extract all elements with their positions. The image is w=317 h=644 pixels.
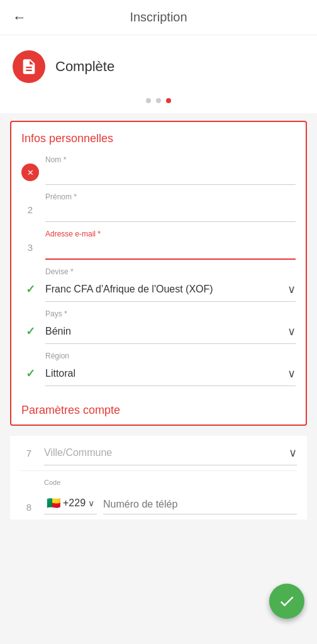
complete-icon bbox=[13, 50, 45, 83]
email-field: Adresse e-mail * bbox=[45, 230, 296, 260]
devise-dropdown[interactable]: Franc CFA d'Afrique de l'Ouest (XOF) ∨ bbox=[45, 277, 296, 302]
devise-value: Franc CFA d'Afrique de l'Ouest (XOF) bbox=[45, 284, 282, 295]
pays-label: Pays * bbox=[45, 309, 296, 318]
devise-row: ✓ Devise * Franc CFA d'Afrique de l'Oues… bbox=[21, 267, 296, 302]
region-indicator: ✓ bbox=[21, 365, 39, 382]
pays-row: ✓ Pays * Bénin ∨ bbox=[21, 309, 296, 344]
phone-indicator: 8 bbox=[20, 498, 38, 516]
phone-code-selector[interactable]: 🇧🇯 +229 ∨ bbox=[44, 492, 97, 514]
region-label: Région bbox=[45, 352, 296, 360]
main-content: Infos personnelles ✕ Nom * 2 Prénom * 3 … bbox=[0, 113, 317, 535]
prenom-input[interactable] bbox=[45, 203, 296, 222]
personal-info-box: Infos personnelles ✕ Nom * 2 Prénom * 3 … bbox=[10, 121, 307, 426]
phone-row: 8 Code 🇧🇯 +229 ∨ bbox=[20, 479, 297, 519]
region-field: Région Littoral ∨ bbox=[45, 352, 296, 386]
personal-section-title: Infos personnelles bbox=[21, 132, 296, 145]
ville-field: Ville/Commune ∨ bbox=[44, 441, 297, 465]
devise-chevron-icon: ∨ bbox=[287, 282, 296, 296]
email-row: 3 Adresse e-mail * bbox=[21, 230, 296, 260]
ville-row: 7 Ville/Commune ∨ bbox=[20, 436, 297, 471]
devise-indicator: ✓ bbox=[21, 280, 39, 298]
region-row: ✓ Région Littoral ∨ bbox=[21, 352, 296, 386]
nom-indicator: ✕ bbox=[21, 164, 39, 181]
progress-dot-3 bbox=[166, 98, 171, 103]
header: ← Inscription bbox=[0, 0, 317, 35]
fab-confirm-button[interactable] bbox=[269, 584, 304, 619]
nom-input[interactable] bbox=[45, 165, 296, 185]
region-value: Littoral bbox=[45, 368, 282, 379]
code-label: Code bbox=[44, 479, 297, 486]
complete-text: Complète bbox=[55, 58, 114, 75]
email-label: Adresse e-mail * bbox=[45, 230, 296, 238]
pays-indicator: ✓ bbox=[21, 323, 39, 340]
phone-field: Code 🇧🇯 +229 ∨ bbox=[44, 479, 297, 519]
prenom-label: Prénom * bbox=[45, 192, 296, 201]
devise-label: Devise * bbox=[45, 267, 296, 276]
email-indicator: 3 bbox=[21, 238, 39, 256]
phone-code-text: +229 bbox=[63, 497, 86, 509]
region-dropdown[interactable]: Littoral ∨ bbox=[45, 362, 296, 386]
flag-icon: 🇧🇯 bbox=[47, 496, 60, 510]
pays-field: Pays * Bénin ∨ bbox=[45, 309, 296, 344]
pays-value: Bénin bbox=[45, 326, 282, 337]
pays-chevron-icon: ∨ bbox=[287, 325, 296, 338]
email-input[interactable] bbox=[45, 240, 296, 260]
nom-label: Nom * bbox=[45, 155, 296, 164]
progress-dot-1 bbox=[146, 98, 151, 103]
params-section-title: Paramètres compte bbox=[21, 394, 296, 425]
page-title: Inscription bbox=[34, 10, 283, 25]
outside-fields: 7 Ville/Commune ∨ 8 Code 🇧🇯 +229 ∨ bbox=[10, 436, 307, 519]
nom-row: ✕ Nom * bbox=[21, 155, 296, 185]
prenom-field: Prénom * bbox=[45, 192, 296, 222]
ville-indicator: 7 bbox=[20, 444, 38, 462]
region-chevron-icon: ∨ bbox=[287, 367, 296, 380]
devise-field: Devise * Franc CFA d'Afrique de l'Ouest … bbox=[45, 267, 296, 302]
ville-value: Ville/Commune bbox=[44, 447, 284, 458]
phone-number-input[interactable] bbox=[103, 495, 297, 514]
prenom-row: 2 Prénom * bbox=[21, 192, 296, 222]
complete-section: Complète bbox=[0, 35, 317, 91]
ville-dropdown[interactable]: Ville/Commune ∨ bbox=[44, 441, 297, 465]
phone-input-row: 🇧🇯 +229 ∨ bbox=[44, 487, 297, 519]
prenom-indicator: 2 bbox=[21, 201, 39, 218]
phone-code-chevron-icon: ∨ bbox=[88, 498, 94, 508]
document-icon bbox=[20, 58, 38, 75]
nom-field: Nom * bbox=[45, 155, 296, 185]
pays-dropdown[interactable]: Bénin ∨ bbox=[45, 319, 296, 344]
progress-dots bbox=[0, 91, 317, 113]
progress-dot-2 bbox=[156, 98, 161, 103]
back-button[interactable]: ← bbox=[13, 9, 26, 26]
checkmark-icon bbox=[278, 592, 296, 610]
ville-chevron-icon: ∨ bbox=[289, 446, 297, 460]
